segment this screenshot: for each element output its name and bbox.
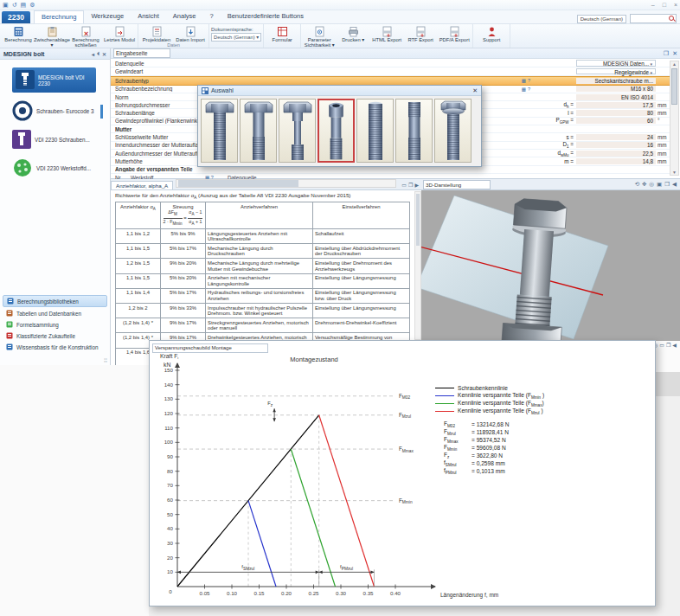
field-value[interactable]: 80 bbox=[576, 110, 656, 116]
view3d-toolbar[interactable]: ⟲✥◎▣❐◀ bbox=[634, 181, 680, 188]
field-value[interactable]: 16 bbox=[576, 142, 656, 148]
fit-icon[interactable]: ▣ bbox=[657, 181, 662, 188]
module-item-2[interactable]: VDI 2230 Schrauben... bbox=[12, 130, 103, 150]
horizontal-scrollbar[interactable] bbox=[176, 179, 396, 188]
module-item-0[interactable]: MDESIGN bolt VDI 2230 bbox=[12, 67, 96, 93]
ui-language-select[interactable]: Deutsch (German) bbox=[577, 15, 626, 23]
dialog-close-icon[interactable]: ✕ bbox=[472, 87, 478, 94]
data-import-button[interactable]: Daten Import bbox=[174, 25, 207, 42]
document-language-select[interactable]: Deutsch (German) ▾ bbox=[211, 33, 261, 42]
bolt-tile-socket-head-screw[interactable] bbox=[318, 99, 355, 163]
field-value[interactable]: M16 x 80 bbox=[576, 86, 656, 92]
field-value[interactable]: 60 bbox=[576, 118, 656, 124]
pan-icon[interactable]: ✥ bbox=[642, 181, 646, 188]
ribbon-button-label: Berechnung bbox=[4, 37, 31, 42]
bolt-3d-view[interactable] bbox=[421, 190, 680, 341]
panel-maximize-icon[interactable]: ❐ bbox=[664, 50, 669, 57]
sidebar-grip[interactable]: ⁞⁞ bbox=[104, 357, 107, 363]
new-pane-icon[interactable]: ▭ bbox=[401, 182, 407, 188]
clipboard-button[interactable]: Zwischenablage ▾ bbox=[35, 25, 68, 48]
snapshot-icon[interactable]: ❐ bbox=[664, 181, 670, 188]
pdfa-export-button[interactable]: PDF/A Export bbox=[438, 25, 471, 42]
field-value[interactable]: 14,8 bbox=[576, 158, 656, 164]
help-icon[interactable]: ? bbox=[528, 78, 530, 83]
field-icons[interactable]: ▦? bbox=[522, 78, 530, 83]
ribbon-tab-1[interactable]: Werkzeuge bbox=[84, 10, 131, 23]
form-button[interactable]: Formular bbox=[266, 25, 298, 42]
help-icon[interactable]: ? bbox=[528, 87, 530, 92]
bolt-tile-hex-bolt-shank[interactable] bbox=[240, 99, 277, 163]
field-icons[interactable]: ▦? bbox=[522, 87, 530, 92]
pin-icon[interactable]: ⏴ bbox=[97, 51, 99, 57]
ribbon-tab-4[interactable]: ? bbox=[202, 10, 220, 23]
collapse-3d-icon[interactable]: ◀ bbox=[672, 181, 677, 188]
sidebar-item-1[interactable]: Tabellen und Datenbanken bbox=[3, 308, 107, 318]
next-pane-icon[interactable]: ▶ bbox=[414, 182, 419, 188]
quick-access-toolbar[interactable]: ▣↺▤⚙ bbox=[3, 2, 35, 9]
page-icon[interactable]: ▭ bbox=[659, 342, 664, 348]
tab-anziehfaktor[interactable]: Anziehfaktor, alpha_A bbox=[111, 181, 173, 189]
sidebar-item-4[interactable]: Wissensbasis für die Konstruktion bbox=[3, 342, 107, 352]
panel-close-icon[interactable]: ✕ bbox=[672, 50, 677, 57]
ribbon-group-label bbox=[211, 42, 261, 48]
close-icon[interactable]: ✕ bbox=[102, 51, 106, 57]
field-value[interactable]: Sechskantschraube m... bbox=[576, 78, 656, 84]
panel-window-icons[interactable]: ❐✕ bbox=[664, 50, 677, 57]
sidebar-item-3[interactable]: Klassifizierte Zukaufteile bbox=[3, 330, 107, 341]
field-value[interactable]: EN ISO 4014 bbox=[576, 94, 656, 100]
app-button[interactable]: 2230 bbox=[2, 11, 30, 23]
bolt-tile-threaded-rod[interactable] bbox=[356, 99, 394, 163]
ribbon-tab-5[interactable]: Benutzerdefinierte Buttons bbox=[221, 10, 311, 23]
settings-icon[interactable]: ⚙ bbox=[29, 2, 35, 9]
bolt-tile-hex-flange-bolt[interactable] bbox=[434, 99, 472, 163]
max2-icon[interactable]: ❐ bbox=[666, 342, 670, 348]
right-edge-icons[interactable]: ◎▭❐◀ bbox=[653, 342, 677, 348]
window-controls[interactable]: – □ × bbox=[651, 2, 677, 8]
html-export-button[interactable]: HTML Export bbox=[370, 25, 403, 42]
ribbon-tab-2[interactable]: Ansicht bbox=[131, 10, 166, 23]
close-button[interactable]: × bbox=[674, 2, 677, 8]
module-item-1[interactable]: Schrauben- Eurocode 3 bbox=[12, 100, 103, 122]
last-module-button[interactable]: Letztes Modul bbox=[103, 25, 136, 42]
print-button[interactable]: Drucken ▾ bbox=[337, 25, 369, 42]
ribbon-tab-3[interactable]: Analyse bbox=[166, 10, 203, 23]
bolt-tile-hex-bolt-waisted[interactable] bbox=[279, 99, 316, 163]
view3d-select[interactable]: 3D-Darstellung bbox=[423, 180, 491, 189]
bolt-tile-stud-bolt[interactable] bbox=[395, 99, 433, 163]
table-select-icon[interactable]: ▦ bbox=[522, 87, 526, 92]
ribbon: BerechnungZwischenablage ▾×Berechnung sc… bbox=[0, 24, 680, 48]
rtf-export-button[interactable]: RTF Export bbox=[404, 25, 437, 42]
save-icon[interactable]: ▤ bbox=[21, 2, 27, 9]
close-calculation-button[interactable]: ×Berechnung schließen bbox=[69, 25, 102, 48]
dialog-titlebar[interactable]: Auswahl ✕ bbox=[198, 86, 481, 96]
minimize-button[interactable]: – bbox=[651, 2, 655, 8]
search-input[interactable] bbox=[630, 14, 677, 23]
page-select[interactable]: Eingabeseite bbox=[113, 48, 170, 58]
undo-icon[interactable]: ↺ bbox=[12, 2, 17, 9]
maximize-button[interactable]: □ bbox=[663, 2, 666, 8]
pane-icons[interactable]: ▭❐▶ bbox=[399, 182, 421, 189]
field-value[interactable]: MDESIGN Daten... bbox=[576, 60, 656, 67]
table-select-icon[interactable]: ▦ bbox=[522, 78, 526, 83]
table-panel-scrollbar[interactable] bbox=[414, 191, 421, 340]
field-value[interactable]: 17,5 bbox=[576, 102, 656, 108]
ribbon-tab-0[interactable]: Berechnung bbox=[34, 10, 84, 23]
bolt-tile-hex-bolt-full-thread[interactable] bbox=[201, 99, 238, 163]
parameter-visibility-button[interactable]: Parameter Sichtbarkeit ▾ bbox=[303, 25, 336, 48]
rotate-icon[interactable]: ⟲ bbox=[634, 181, 638, 188]
collapse2-icon[interactable]: ◀ bbox=[672, 342, 677, 348]
split-pane-icon[interactable]: ❐ bbox=[408, 182, 413, 188]
sidebar-item-2[interactable]: Formelsammlung bbox=[3, 319, 107, 330]
field-value[interactable]: 24 bbox=[576, 134, 656, 140]
sidebar-header-icons[interactable]: ◂⏴✕ bbox=[92, 51, 106, 57]
field-value[interactable]: 22,5 bbox=[576, 151, 656, 157]
input-panel-scrollbar[interactable]: ▲▼ bbox=[670, 61, 679, 176]
zoom-icon[interactable]: ◎ bbox=[649, 181, 654, 188]
calculator-button[interactable]: Berechnung bbox=[2, 25, 35, 42]
field-value[interactable]: Regelgewinde bbox=[576, 68, 656, 75]
support-button[interactable]: Support bbox=[475, 25, 508, 42]
module-item-3[interactable]: VDI 2230 Werkstoffd... bbox=[12, 157, 103, 179]
collapse-icon[interactable]: ◂ bbox=[92, 51, 94, 57]
sidebar-item-0[interactable]: Berechnungsbibliotheken bbox=[3, 295, 107, 307]
project-data-button[interactable]: Projektdaten bbox=[140, 25, 173, 42]
